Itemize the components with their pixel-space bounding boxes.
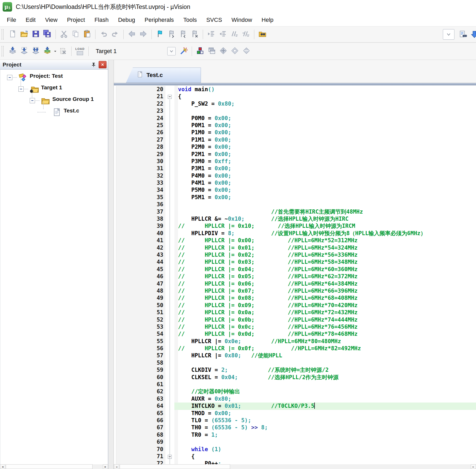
- stop-build-button[interactable]: [57, 45, 69, 58]
- next-bookmark-button[interactable]: [166, 28, 177, 41]
- line-number: 66: [114, 417, 165, 424]
- menu-debug[interactable]: Debug: [113, 15, 140, 25]
- menu-svcs[interactable]: SVCS: [201, 15, 227, 25]
- tree-item-project-test[interactable]: Project: Test: [0, 72, 108, 83]
- menu-help[interactable]: Help: [257, 15, 278, 25]
- tree-expand-box[interactable]: [7, 75, 12, 80]
- menu-window[interactable]: Window: [227, 15, 257, 25]
- code-line: 67 TH0 = (65536 - 5) >> 8;: [114, 424, 476, 431]
- scroll-left-button[interactable]: ◄: [0, 464, 5, 469]
- load-flash-button[interactable]: LOAD: [74, 45, 86, 58]
- toolbar-drag-handle[interactable]: [2, 29, 4, 40]
- project-tree[interactable]: Project: TestTarget 1Source Group 1Test.…: [0, 70, 108, 469]
- line-number: 57: [114, 352, 165, 359]
- tree-item-test-c[interactable]: Test.c: [0, 106, 108, 118]
- toolbar-separator: [55, 30, 56, 39]
- tree-expand-box[interactable]: [30, 98, 35, 103]
- debug-windows-button[interactable]: [217, 45, 229, 58]
- code-line: 46// HPLLCR |= 0x05; //HPLL=6MHz*62=372M…: [114, 273, 476, 280]
- tree-item-source-group-1[interactable]: Source Group 1: [0, 95, 108, 106]
- tree-item-target-1[interactable]: Target 1: [0, 83, 108, 95]
- undo-button[interactable]: [98, 28, 109, 41]
- paste-button[interactable]: [81, 28, 93, 41]
- toolbar-drag-handle[interactable]: [2, 46, 4, 56]
- code-line: 38 HPLLCR &= ~0x10; //选择HPLL输入时钟源为HIRC: [114, 215, 476, 223]
- find-in-files-doc-button[interactable]: [457, 28, 469, 41]
- scroll-right-button[interactable]: ►: [103, 464, 108, 469]
- menu-tools[interactable]: Tools: [179, 15, 201, 25]
- find-in-files-icon: [258, 30, 267, 39]
- line-number: 42: [114, 244, 165, 251]
- batch-build-button[interactable]: [42, 45, 53, 58]
- open-folder-button[interactable]: [18, 28, 30, 41]
- build-toolbar: LOAD Target 1: [0, 43, 476, 60]
- save-button[interactable]: [30, 28, 42, 41]
- batch-build-caret[interactable]: [53, 45, 57, 58]
- new-file-button[interactable]: [7, 28, 18, 41]
- uncomment-selection-button[interactable]: [240, 28, 252, 41]
- fold-collapse-box[interactable]: [168, 95, 172, 99]
- comment-selection-button[interactable]: [229, 28, 240, 41]
- toolbar-separator: [95, 30, 95, 39]
- navigate-forward-button[interactable]: [138, 28, 149, 41]
- outdent-button[interactable]: [217, 28, 229, 41]
- save-all-button[interactable]: [42, 28, 53, 41]
- code-line: 62 //定时器0时钟输出: [114, 388, 476, 395]
- target-select-chevron[interactable]: [167, 47, 176, 55]
- line-number: 65: [114, 410, 165, 417]
- build-button[interactable]: [18, 45, 30, 58]
- line-number: 49: [114, 295, 165, 302]
- scrollbar-thumb[interactable]: [6, 464, 93, 469]
- target-select-combobox[interactable]: Target 1: [93, 45, 176, 57]
- navigate-back-button[interactable]: [126, 28, 138, 41]
- menu-edit[interactable]: Edit: [21, 15, 40, 25]
- line-number: 71: [114, 453, 165, 460]
- copy-button[interactable]: [70, 28, 81, 41]
- menu-flash[interactable]: Flash: [90, 15, 113, 25]
- memory-windows-button[interactable]: [229, 45, 241, 58]
- pin-icon[interactable]: [90, 61, 98, 69]
- translate-button[interactable]: [7, 45, 18, 58]
- chip-icon: [77, 51, 83, 55]
- panel-splitter[interactable]: [108, 60, 114, 469]
- rebuild-button[interactable]: [30, 45, 42, 58]
- close-icon[interactable]: ×: [99, 61, 107, 68]
- tree-connector: [43, 102, 44, 109]
- redo-button[interactable]: [109, 28, 121, 41]
- previous-bookmark-button[interactable]: [177, 28, 189, 41]
- cascade-windows-button[interactable]: [206, 45, 217, 58]
- indent-button[interactable]: [205, 28, 217, 41]
- menu-file[interactable]: File: [2, 15, 21, 25]
- scrollbar-thumb[interactable]: [120, 464, 230, 469]
- manage-components-button[interactable]: [194, 45, 206, 58]
- code-line: 55 HPLLCR |= 0x0e; //HPLL=6MHz*80=480MHz: [114, 338, 476, 345]
- quick-find-combobox[interactable]: [443, 29, 454, 40]
- watch-windows-button[interactable]: [241, 45, 252, 58]
- code-line: 70 while (1): [114, 446, 476, 453]
- project-horizontal-scrollbar[interactable]: ◄ ►: [0, 464, 108, 469]
- code-line: 22 P_SW2 = 0x80;: [114, 100, 476, 107]
- line-number: 67: [114, 424, 165, 431]
- tree-expand-box[interactable]: [18, 86, 24, 92]
- line-number: 69: [114, 439, 165, 446]
- code-line: 30 P3M0 = 0xff;: [114, 158, 476, 165]
- clear-bookmarks-button[interactable]: [189, 28, 200, 41]
- find-in-files-button[interactable]: [257, 28, 268, 41]
- tree-item-label: Source Group 1: [52, 96, 94, 102]
- scroll-right-button[interactable]: ►: [471, 464, 476, 469]
- line-number: 39: [114, 223, 165, 230]
- incremental-find-button[interactable]: [469, 28, 476, 41]
- code-line: 31 P3M1 = 0x00;: [114, 165, 476, 172]
- code-editor[interactable]: 20void main()21{22 P_SW2 = 0x80;2324 P0M…: [114, 85, 476, 469]
- code-line: 56// HPLLCR |= 0x0f; //HPLL=6MHz*82=492M…: [114, 345, 476, 352]
- scroll-left-button[interactable]: ◄: [114, 464, 119, 469]
- editor-horizontal-scrollbar[interactable]: ◄ ►: [114, 464, 476, 469]
- menu-view[interactable]: View: [40, 15, 62, 25]
- tab-test-c[interactable]: Test.c: [126, 68, 201, 83]
- line-number: 35: [114, 194, 165, 201]
- menu-peripherals[interactable]: Peripherals: [140, 15, 179, 25]
- options-for-target-button[interactable]: [178, 45, 189, 58]
- menu-project[interactable]: Project: [62, 15, 90, 25]
- toggle-bookmark-button[interactable]: [154, 28, 166, 41]
- cut-button[interactable]: [58, 28, 70, 41]
